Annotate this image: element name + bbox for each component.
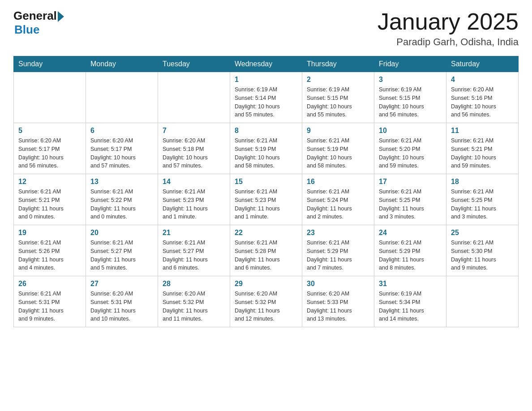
logo-general-text: General — [13, 9, 57, 23]
day-number: 7 — [163, 127, 225, 135]
calendar-cell: 25Sunrise: 6:21 AM Sunset: 5:30 PM Dayli… — [446, 225, 519, 276]
day-number: 22 — [235, 229, 297, 237]
day-number: 5 — [18, 127, 81, 135]
day-info: Sunrise: 6:21 AM Sunset: 5:25 PM Dayligh… — [451, 188, 514, 221]
day-number: 6 — [90, 127, 153, 135]
day-info: Sunrise: 6:20 AM Sunset: 5:17 PM Dayligh… — [90, 137, 153, 170]
calendar-cell: 15Sunrise: 6:21 AM Sunset: 5:23 PM Dayli… — [230, 174, 302, 225]
calendar-cell: 22Sunrise: 6:21 AM Sunset: 5:28 PM Dayli… — [230, 225, 302, 276]
day-number: 15 — [235, 178, 297, 186]
logo-blue-text: Blue — [14, 23, 39, 37]
calendar-cell: 3Sunrise: 6:19 AM Sunset: 5:15 PM Daylig… — [374, 72, 446, 123]
calendar-week-row: 12Sunrise: 6:21 AM Sunset: 5:21 PM Dayli… — [14, 174, 519, 225]
calendar-cell: 24Sunrise: 6:21 AM Sunset: 5:29 PM Dayli… — [374, 225, 446, 276]
day-number: 20 — [90, 229, 153, 237]
day-info: Sunrise: 6:21 AM Sunset: 5:28 PM Dayligh… — [235, 239, 297, 272]
month-title: January 2025 — [378, 9, 519, 34]
day-number: 28 — [163, 280, 225, 288]
day-number: 16 — [307, 178, 369, 186]
calendar-header-row: SundayMondayTuesdayWednesdayThursdayFrid… — [14, 56, 519, 72]
day-number: 3 — [379, 76, 442, 84]
day-number: 21 — [163, 229, 225, 237]
calendar-cell — [158, 72, 230, 123]
day-number: 12 — [18, 178, 81, 186]
page-header: General Blue January 2025 Paradip Garh, … — [13, 9, 519, 48]
calendar-cell: 18Sunrise: 6:21 AM Sunset: 5:25 PM Dayli… — [446, 174, 519, 225]
calendar-cell — [14, 72, 86, 123]
calendar-header-sunday: Sunday — [14, 56, 86, 72]
day-info: Sunrise: 6:21 AM Sunset: 5:26 PM Dayligh… — [18, 239, 81, 272]
calendar-week-row: 5Sunrise: 6:20 AM Sunset: 5:17 PM Daylig… — [14, 123, 519, 174]
day-info: Sunrise: 6:20 AM Sunset: 5:16 PM Dayligh… — [451, 86, 514, 119]
day-number: 24 — [379, 229, 442, 237]
day-info: Sunrise: 6:21 AM Sunset: 5:19 PM Dayligh… — [307, 137, 369, 170]
calendar-cell: 2Sunrise: 6:19 AM Sunset: 5:15 PM Daylig… — [302, 72, 374, 123]
day-info: Sunrise: 6:21 AM Sunset: 5:27 PM Dayligh… — [90, 239, 153, 272]
day-info: Sunrise: 6:20 AM Sunset: 5:32 PM Dayligh… — [163, 290, 225, 323]
day-number: 19 — [18, 229, 81, 237]
calendar-cell: 11Sunrise: 6:21 AM Sunset: 5:21 PM Dayli… — [446, 123, 519, 174]
day-number: 29 — [235, 280, 297, 288]
calendar-cell: 9Sunrise: 6:21 AM Sunset: 5:19 PM Daylig… — [302, 123, 374, 174]
day-number: 14 — [163, 178, 225, 186]
day-number: 17 — [379, 178, 442, 186]
calendar-cell: 23Sunrise: 6:21 AM Sunset: 5:29 PM Dayli… — [302, 225, 374, 276]
calendar-cell: 31Sunrise: 6:19 AM Sunset: 5:34 PM Dayli… — [374, 276, 446, 327]
day-number: 30 — [307, 280, 369, 288]
day-number: 2 — [307, 76, 369, 84]
day-info: Sunrise: 6:21 AM Sunset: 5:24 PM Dayligh… — [307, 188, 369, 221]
day-info: Sunrise: 6:20 AM Sunset: 5:17 PM Dayligh… — [18, 137, 81, 170]
calendar-cell: 27Sunrise: 6:20 AM Sunset: 5:31 PM Dayli… — [86, 276, 158, 327]
calendar-cell: 10Sunrise: 6:21 AM Sunset: 5:20 PM Dayli… — [374, 123, 446, 174]
calendar-cell: 28Sunrise: 6:20 AM Sunset: 5:32 PM Dayli… — [158, 276, 230, 327]
day-info: Sunrise: 6:21 AM Sunset: 5:29 PM Dayligh… — [379, 239, 442, 272]
calendar-cell — [86, 72, 158, 123]
calendar-cell: 8Sunrise: 6:21 AM Sunset: 5:19 PM Daylig… — [230, 123, 302, 174]
day-info: Sunrise: 6:21 AM Sunset: 5:30 PM Dayligh… — [451, 239, 514, 272]
day-info: Sunrise: 6:21 AM Sunset: 5:23 PM Dayligh… — [163, 188, 225, 221]
calendar-week-row: 26Sunrise: 6:21 AM Sunset: 5:31 PM Dayli… — [14, 276, 519, 327]
day-info: Sunrise: 6:21 AM Sunset: 5:23 PM Dayligh… — [235, 188, 297, 221]
day-info: Sunrise: 6:20 AM Sunset: 5:33 PM Dayligh… — [307, 290, 369, 323]
calendar-header-monday: Monday — [86, 56, 158, 72]
calendar-cell — [446, 276, 519, 327]
calendar-cell: 17Sunrise: 6:21 AM Sunset: 5:25 PM Dayli… — [374, 174, 446, 225]
calendar-cell: 20Sunrise: 6:21 AM Sunset: 5:27 PM Dayli… — [86, 225, 158, 276]
title-block: January 2025 Paradip Garh, Odisha, India — [378, 9, 519, 48]
day-info: Sunrise: 6:19 AM Sunset: 5:34 PM Dayligh… — [379, 290, 442, 323]
day-number: 18 — [451, 178, 514, 186]
calendar-cell: 1Sunrise: 6:19 AM Sunset: 5:14 PM Daylig… — [230, 72, 302, 123]
calendar-week-row: 1Sunrise: 6:19 AM Sunset: 5:14 PM Daylig… — [14, 72, 519, 123]
calendar-cell: 30Sunrise: 6:20 AM Sunset: 5:33 PM Dayli… — [302, 276, 374, 327]
day-info: Sunrise: 6:21 AM Sunset: 5:31 PM Dayligh… — [18, 290, 81, 323]
day-number: 4 — [451, 76, 514, 84]
calendar-cell: 26Sunrise: 6:21 AM Sunset: 5:31 PM Dayli… — [14, 276, 86, 327]
calendar-cell: 5Sunrise: 6:20 AM Sunset: 5:17 PM Daylig… — [14, 123, 86, 174]
calendar-header-friday: Friday — [374, 56, 446, 72]
day-info: Sunrise: 6:21 AM Sunset: 5:22 PM Dayligh… — [90, 188, 153, 221]
calendar-cell: 16Sunrise: 6:21 AM Sunset: 5:24 PM Dayli… — [302, 174, 374, 225]
calendar-cell: 13Sunrise: 6:21 AM Sunset: 5:22 PM Dayli… — [86, 174, 158, 225]
day-number: 1 — [235, 76, 297, 84]
calendar-header-wednesday: Wednesday — [230, 56, 302, 72]
calendar-header-saturday: Saturday — [446, 56, 519, 72]
calendar-cell: 6Sunrise: 6:20 AM Sunset: 5:17 PM Daylig… — [86, 123, 158, 174]
day-info: Sunrise: 6:19 AM Sunset: 5:15 PM Dayligh… — [307, 86, 369, 119]
day-info: Sunrise: 6:19 AM Sunset: 5:14 PM Dayligh… — [235, 86, 297, 119]
day-info: Sunrise: 6:21 AM Sunset: 5:21 PM Dayligh… — [451, 137, 514, 170]
day-info: Sunrise: 6:21 AM Sunset: 5:27 PM Dayligh… — [163, 239, 225, 272]
day-info: Sunrise: 6:21 AM Sunset: 5:29 PM Dayligh… — [307, 239, 369, 272]
day-number: 11 — [451, 127, 514, 135]
day-number: 10 — [379, 127, 442, 135]
day-number: 13 — [90, 178, 153, 186]
calendar-header-tuesday: Tuesday — [158, 56, 230, 72]
day-info: Sunrise: 6:21 AM Sunset: 5:19 PM Dayligh… — [235, 137, 297, 170]
calendar-cell: 14Sunrise: 6:21 AM Sunset: 5:23 PM Dayli… — [158, 174, 230, 225]
day-number: 25 — [451, 229, 514, 237]
day-info: Sunrise: 6:21 AM Sunset: 5:20 PM Dayligh… — [379, 137, 442, 170]
day-number: 23 — [307, 229, 369, 237]
day-info: Sunrise: 6:20 AM Sunset: 5:18 PM Dayligh… — [163, 137, 225, 170]
calendar-cell: 21Sunrise: 6:21 AM Sunset: 5:27 PM Dayli… — [158, 225, 230, 276]
location-title: Paradip Garh, Odisha, India — [378, 36, 519, 48]
day-info: Sunrise: 6:21 AM Sunset: 5:25 PM Dayligh… — [379, 188, 442, 221]
